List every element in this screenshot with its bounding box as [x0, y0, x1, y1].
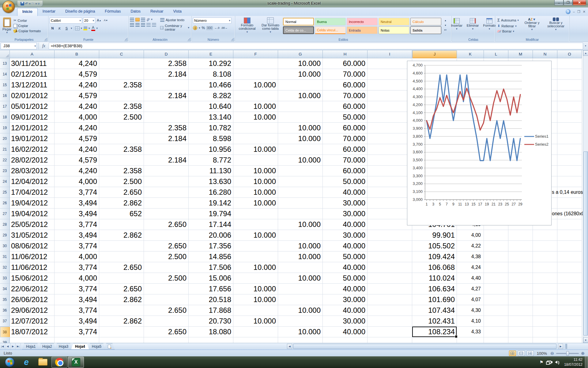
cell-O33[interactable] — [557, 273, 582, 284]
style-salida[interactable]: Salida — [410, 26, 441, 34]
taskbar-internet-explorer[interactable]: e — [18, 357, 34, 368]
gallery-more-icon[interactable]: ▾≡ — [443, 28, 448, 32]
column-header-A[interactable]: A — [10, 50, 55, 58]
cell-C39[interactable] — [99, 337, 144, 343]
cell-B19[interactable]: 4,240 — [55, 123, 99, 133]
cell-G33[interactable]: 10.000 — [278, 273, 323, 284]
column-header-N[interactable]: N — [533, 50, 557, 58]
cell-H31[interactable]: 50.000 — [323, 251, 368, 262]
sheet-tab-hoja4[interactable]: Hoja4 — [71, 343, 89, 350]
cell-B14[interactable]: 4,579 — [55, 69, 99, 80]
column-header-B[interactable]: B — [55, 50, 99, 58]
sheet-tab-hoja1[interactable]: Hoja1 — [22, 343, 40, 350]
cell-O13[interactable] — [557, 58, 582, 69]
cell-B26[interactable]: 3,494 — [55, 198, 99, 209]
cell-I24[interactable] — [368, 176, 412, 187]
cell-K39[interactable] — [457, 337, 484, 343]
first-sheet-icon[interactable]: |◀ — [0, 343, 5, 350]
cell-B17[interactable]: 4,240 — [55, 101, 99, 112]
cell-E35[interactable]: 20.518 — [189, 294, 233, 305]
cell-H13[interactable]: 60.000 — [323, 58, 368, 69]
row-header-13[interactable]: 13 — [0, 58, 10, 69]
cell-A25[interactable]: 17/04/2012 — [10, 187, 55, 198]
cell-E24[interactable]: 13.630 — [189, 176, 233, 187]
style-notas[interactable]: Notas — [379, 26, 409, 34]
undo-dropdown[interactable] — [29, 2, 31, 5]
align-bottom-icon[interactable] — [141, 18, 145, 21]
cell-O38[interactable] — [557, 327, 582, 337]
italic-button[interactable]: K — [57, 25, 62, 31]
tab-split-handle[interactable] — [565, 344, 567, 349]
vertical-scroll-thumb[interactable] — [583, 151, 588, 335]
scroll-right-icon[interactable]: ▶ — [558, 344, 563, 349]
cell-D21[interactable] — [144, 144, 189, 155]
align-top-icon[interactable] — [130, 18, 134, 21]
zoom-slider-handle[interactable] — [566, 351, 569, 356]
cell-I16[interactable] — [368, 90, 412, 101]
cell-H17[interactable]: 60.000 — [323, 101, 368, 112]
cell-A15[interactable]: 13/12/2011 — [10, 80, 55, 90]
cell-F32[interactable]: 10.000 — [233, 262, 278, 273]
cell-F24[interactable]: 10.000 — [233, 176, 278, 187]
cell-L35[interactable] — [484, 294, 508, 305]
view-normal-button[interactable] — [509, 351, 516, 356]
zoom-in-icon[interactable]: ⊕ — [581, 351, 585, 356]
column-header-H[interactable]: H — [323, 50, 368, 58]
cell-C34[interactable]: 2.650 — [99, 284, 144, 294]
cell-E16[interactable]: 8.282 — [189, 90, 233, 101]
column-header-M[interactable]: M — [508, 50, 533, 58]
cell-D15[interactable] — [144, 80, 189, 90]
tab-insertar[interactable]: Insertar — [38, 8, 60, 16]
currency-icon[interactable]: $ — [193, 26, 197, 30]
cell-D38[interactable]: 2.650 — [144, 327, 189, 337]
align-center-icon[interactable] — [135, 23, 140, 27]
cell-F33[interactable] — [233, 273, 278, 284]
cell-H37[interactable]: 30.000 — [323, 316, 368, 327]
cell-M31[interactable] — [508, 251, 533, 262]
network-icon[interactable] — [547, 361, 551, 364]
shrink-font-button[interactable]: A▼ — [103, 17, 109, 23]
cell-M38[interactable] — [508, 327, 533, 337]
restore-button[interactable]: ❐ — [564, 0, 573, 6]
gallery-down-icon[interactable]: ▼ — [443, 23, 448, 27]
thousands-icon[interactable]: 000 — [206, 26, 213, 30]
cell-F29[interactable]: 10.000 — [233, 230, 278, 241]
cell-E15[interactable]: 10.466 — [189, 80, 233, 90]
row-header-14[interactable]: 14 — [0, 69, 10, 80]
row-header-15[interactable]: 15 — [0, 80, 10, 90]
cell-N34[interactable] — [533, 284, 557, 294]
cell-B31[interactable]: 4,000 — [55, 251, 99, 262]
cell-C19[interactable] — [99, 123, 144, 133]
fill-color-button[interactable] — [83, 26, 87, 30]
taskbar-chrome[interactable] — [51, 357, 67, 368]
cell-J37[interactable]: 102.431 — [412, 316, 457, 327]
cell-L37[interactable] — [484, 316, 508, 327]
cell-H25[interactable]: 40.000 — [323, 187, 368, 198]
row-header-27[interactable]: 27 — [0, 209, 10, 219]
borders-icon[interactable] — [75, 26, 80, 30]
cell-F39[interactable] — [233, 337, 278, 343]
cell-E37[interactable]: 20.730 — [189, 316, 233, 327]
cell-D31[interactable]: 2.500 — [144, 251, 189, 262]
cell-G29[interactable] — [278, 230, 323, 241]
cell-H24[interactable]: 50.000 — [323, 176, 368, 187]
cell-J32[interactable]: 106.068 — [412, 262, 457, 273]
cell-F22[interactable] — [233, 155, 278, 166]
cell-E21[interactable]: 10.956 — [189, 144, 233, 155]
sheet-tab-hoja5[interactable]: Hoja5 — [88, 343, 105, 350]
cell-D22[interactable]: 2.184 — [144, 155, 189, 166]
column-header-J[interactable]: J — [412, 50, 457, 58]
cell-K35[interactable]: 4,07 — [457, 294, 484, 305]
cell-I32[interactable] — [368, 262, 412, 273]
cell-G19[interactable]: 10.000 — [278, 123, 323, 133]
cell-F34[interactable]: 10.000 — [233, 284, 278, 294]
cell-L32[interactable] — [484, 262, 508, 273]
cell-A31[interactable]: 11/06/2012 — [10, 251, 55, 262]
cell-O26[interactable] — [557, 198, 582, 209]
taskbar-file-explorer[interactable] — [35, 357, 51, 368]
cell-D27[interactable] — [144, 209, 189, 219]
cell-E14[interactable]: 8.108 — [189, 69, 233, 80]
cell-F38[interactable] — [233, 327, 278, 337]
column-header-O[interactable]: O — [557, 50, 582, 58]
row-header-33[interactable]: 33 — [0, 273, 10, 284]
